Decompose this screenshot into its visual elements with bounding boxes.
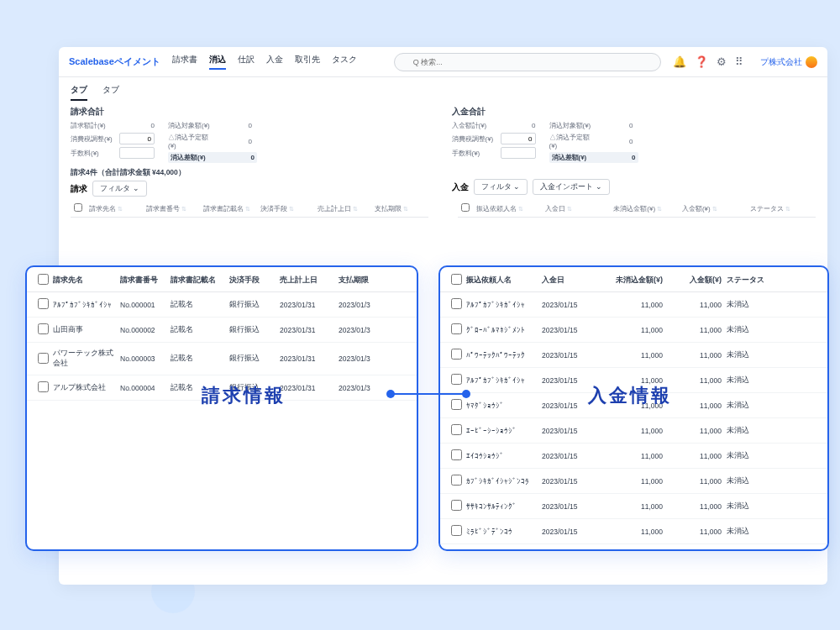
select-all-checkbox[interactable] [74, 203, 82, 212]
table-row[interactable]: パワーテック株式会社No.000003記載名銀行振込2023/01/312023… [27, 343, 417, 375]
field-value: 0 [219, 154, 255, 161]
connector-line [391, 393, 466, 395]
gear-icon[interactable]: ⚙ [717, 55, 727, 68]
row-checkbox[interactable] [451, 323, 462, 334]
column-header[interactable]: 支払期限 [336, 275, 386, 286]
summary-row: 手数料(¥) [452, 147, 536, 159]
column-header[interactable]: 売上計上日 [277, 275, 336, 286]
column-header[interactable]: ステータス [724, 275, 770, 286]
column-header[interactable]: 入金日 [539, 275, 598, 286]
column-header[interactable]: 請求書記載名⇅ [200, 204, 257, 213]
row-checkbox[interactable] [38, 298, 49, 309]
column-header[interactable]: 支払期限⇅ [371, 204, 428, 213]
list-title: 入金 [452, 181, 469, 193]
cell: 11,000 [665, 452, 724, 460]
cell: 11,000 [665, 351, 724, 360]
table-row[interactable]: ﾐﾗﾋﾞｼﾞﾃﾞﾝｺｳ2023/01/1511,00011,000未消込 [440, 519, 827, 544]
column-header[interactable]: 入金日⇅ [542, 204, 611, 213]
nav-item[interactable]: 消込 [209, 54, 226, 70]
field-value: 0 [598, 122, 633, 129]
row-checkbox[interactable] [451, 449, 462, 460]
column-header[interactable]: 請求先名 [50, 275, 118, 286]
select-all-checkbox[interactable] [451, 274, 462, 285]
nav-item[interactable]: タスク [332, 54, 357, 70]
nav-item[interactable]: 入金 [266, 54, 283, 70]
column-header[interactable]: 請求書番号⇅ [143, 204, 200, 213]
row-checkbox[interactable] [451, 349, 462, 360]
table-row[interactable]: ｴｰﾋﾞｰｼｰｼｮｳｼﾞ2023/01/1511,00011,000未消込 [440, 418, 827, 444]
cell: 2023/01/15 [539, 528, 598, 536]
column-header[interactable]: ステータス⇅ [747, 204, 816, 213]
column-header[interactable]: 請求書記載名 [168, 275, 227, 286]
search-input[interactable] [394, 53, 661, 71]
cell: 未消込 [724, 300, 770, 310]
cell: 2023/01/3 [336, 354, 386, 363]
table-row[interactable]: ｸﾞﾛｰﾊﾞﾙﾏﾈｼﾞﾒﾝﾄ2023/01/1511,00011,000未消込 [440, 318, 827, 343]
import-button[interactable]: 入金インポート ⌄ [533, 179, 610, 195]
amount-input[interactable] [501, 133, 536, 144]
bell-icon[interactable]: 🔔 [673, 55, 686, 68]
row-checkbox[interactable] [38, 353, 49, 364]
apps-icon[interactable]: ⠿ [735, 55, 743, 68]
cell: 山田商事 [50, 325, 118, 335]
subtab[interactable]: タブ [71, 84, 87, 101]
table-row[interactable]: ｱﾙﾌﾟｶﾌﾞｼｷｶﾞｲｼｬ2023/01/1511,00011,000未消込 [440, 292, 827, 318]
row-checkbox[interactable] [451, 500, 462, 511]
cell: ｱﾙﾌﾟｶﾌﾞｼｷｶﾞｲｼｬ [464, 376, 539, 385]
row-checkbox[interactable] [451, 298, 462, 309]
user-menu[interactable]: プ株式会社 [760, 56, 817, 68]
cell: 2023/01/15 [539, 452, 598, 460]
table-row[interactable]: 山田商事No.000002記載名銀行振込2023/01/312023/01/3 [27, 318, 417, 343]
nav-item[interactable]: 取引先 [295, 54, 320, 70]
cell: 11,000 [665, 528, 724, 536]
nav-item[interactable]: 請求書 [172, 54, 197, 70]
select-all-checkbox[interactable] [38, 274, 49, 285]
amount-input[interactable] [119, 133, 155, 144]
column-header[interactable]: 未消込金額(¥) [598, 275, 665, 286]
row-checkbox[interactable] [451, 475, 462, 486]
column-header[interactable]: 決済手段 [227, 275, 277, 286]
row-checkbox[interactable] [38, 323, 49, 334]
help-icon[interactable]: ❓ [695, 55, 708, 68]
table-row[interactable]: ｻｻｷｺﾝｻﾙﾃｨﾝｸﾞ2023/01/1511,00011,000未消込 [440, 494, 827, 519]
column-header[interactable]: 入金額(¥) [665, 275, 724, 286]
table-row[interactable]: ｶﾌﾞｼｷｶﾞｲｼｬｼﾞﾝｺﾗ2023/01/1511,00011,000未消込 [440, 469, 827, 494]
row-checkbox[interactable] [38, 381, 49, 392]
column-header[interactable]: 振込依頼人名⇅ [473, 204, 542, 213]
filter-button[interactable]: フィルタ ⌄ [92, 181, 147, 197]
nav-item[interactable]: 仕訳 [238, 54, 255, 70]
field-label: 消費税調整(¥) [71, 134, 114, 144]
column-header[interactable]: 請求先名⇅ [86, 204, 143, 213]
column-header[interactable]: 請求書番号 [118, 275, 168, 286]
table-row[interactable]: ｴｲｺｳｼｮｳｼﾞ2023/01/1511,00011,000未消込 [440, 444, 827, 469]
cell: 記載名 [168, 325, 227, 335]
field-label: △消込予定額(¥) [549, 133, 593, 150]
column-header[interactable]: 入金額(¥)⇅ [679, 204, 748, 213]
column-header[interactable]: 売上計上日⇅ [314, 204, 371, 213]
table-row[interactable]: ﾊﾟﾜｰﾃｯｸﾊﾟﾜｰﾃｯｸ2023/01/1511,00011,000未消込 [440, 343, 827, 368]
row-checkbox[interactable] [451, 424, 462, 435]
field-label: 消費税調整(¥) [452, 134, 496, 144]
field-label: 消込対象額(¥) [168, 121, 212, 130]
table-row[interactable]: ｱﾙﾌﾟｶﾌﾞｼｷｶﾞｲｼｬNo.000001記載名銀行振込2023/01/31… [27, 292, 417, 318]
cell: ｱﾙﾌﾟｶﾌﾞｼｷｶﾞｲｼｬ [50, 301, 118, 309]
amount-input[interactable] [501, 147, 536, 159]
column-header[interactable]: 未消込金額(¥)⇅ [610, 204, 679, 213]
column-header[interactable]: 振込依頼人名 [464, 275, 539, 286]
cell: 2023/01/15 [539, 427, 598, 435]
cell: 未消込 [724, 375, 770, 386]
cell: 11,000 [598, 326, 665, 334]
cell: ｻｻｷｺﾝｻﾙﾃｨﾝｸﾞ [464, 502, 539, 511]
filter-button[interactable]: フィルタ ⌄ [474, 179, 528, 195]
cell: 2023/01/15 [539, 351, 598, 360]
select-all-checkbox[interactable] [461, 203, 470, 212]
cell: 2023/01/3 [336, 384, 386, 392]
row-checkbox[interactable] [451, 374, 462, 385]
amount-input[interactable] [119, 147, 155, 159]
cell: アルプ株式会社 [50, 383, 118, 393]
panel-title: 入金合計 [452, 106, 816, 118]
row-checkbox[interactable] [451, 525, 462, 536]
subtab[interactable]: タブ [102, 84, 119, 101]
column-header[interactable]: 決済手段⇅ [257, 204, 314, 213]
row-checkbox[interactable] [451, 399, 462, 410]
